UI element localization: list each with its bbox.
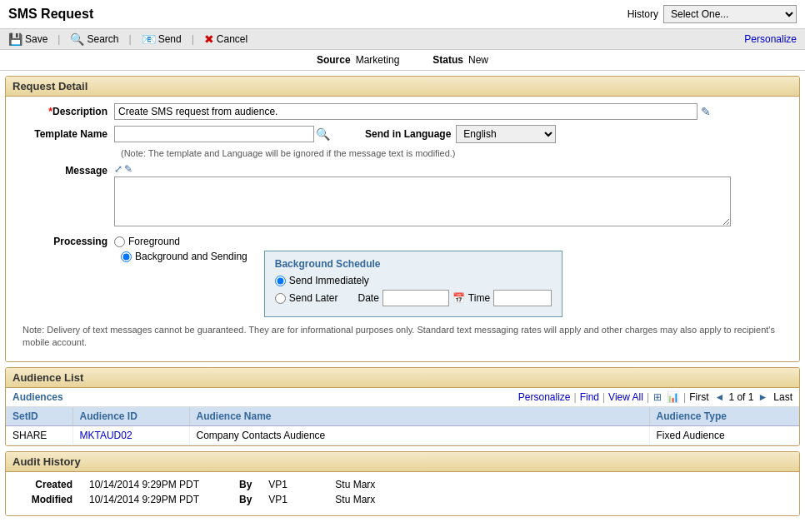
audit-history-panel: Audit History Created 10/14/2014 9:29PM …	[5, 451, 800, 516]
prev-page-icon[interactable]: ◄	[714, 391, 726, 403]
language-select[interactable]: English French Spanish German	[456, 125, 556, 143]
template-label: Template Name	[14, 128, 114, 140]
audiences-title: Audiences	[12, 391, 63, 403]
foreground-radio[interactable]	[114, 236, 125, 247]
edit-icon[interactable]: ✎	[124, 163, 132, 175]
audience-list-header: Audience List	[6, 368, 799, 388]
modified-by-name: Stu Marx	[335, 494, 375, 505]
time-label: Time	[468, 292, 490, 304]
toolbar: 💾 Save | 🔍 Search | 📧 Send | ✖ Cancel Pe…	[0, 29, 805, 50]
col-audience-id: Audience ID	[72, 407, 189, 426]
audit-modified-row: Modified 10/14/2014 9:29PM PDT By VP1 St…	[14, 494, 791, 505]
processing-section: Processing Foreground Background and Sen…	[14, 236, 791, 317]
description-row: *Description ✎	[14, 103, 791, 120]
cancel-icon: ✖	[204, 32, 214, 46]
audiences-controls: Personalize | Find | View All | ⊞ 📊 | Fi…	[518, 391, 792, 403]
calendar-icon[interactable]: 📅	[452, 292, 465, 304]
personalize-audiences-link[interactable]: Personalize	[518, 391, 571, 403]
chart-icon[interactable]: 📊	[666, 391, 680, 403]
send-icon: 📧	[142, 32, 156, 46]
time-input[interactable]	[493, 290, 552, 306]
foreground-option: Foreground	[114, 236, 180, 247]
send-immediately-radio[interactable]	[275, 276, 286, 286]
source-item: Source Marketing	[317, 54, 399, 66]
audience-id-link[interactable]: MKTAUD02	[80, 430, 132, 441]
disclaimer-text: Note: Delivery of text messages cannot b…	[22, 324, 782, 350]
message-container: ⤢ ✎	[114, 163, 731, 229]
source-label: Source	[317, 54, 351, 66]
modified-label: Modified	[14, 494, 72, 505]
request-detail-content: *Description ✎ Template Name 🔍 Send in L…	[6, 97, 799, 361]
find-link[interactable]: Find	[580, 391, 599, 403]
cancel-label: Cancel	[217, 33, 248, 45]
template-search-icon[interactable]: 🔍	[314, 127, 332, 141]
background-option: Background and Sending	[121, 251, 248, 262]
page-header: SMS Request History Select One...	[0, 0, 805, 29]
background-row: Background and Sending Background Schedu…	[121, 251, 791, 317]
required-star: *	[48, 106, 52, 117]
background-schedule-box: Background Schedule Send Immediately Sen…	[264, 251, 562, 317]
send-later-label: Send Later	[289, 292, 338, 304]
save-button[interactable]: 💾 Save	[8, 32, 48, 46]
toolbar-buttons: 💾 Save | 🔍 Search | 📧 Send | ✖ Cancel	[8, 32, 248, 46]
send-immediately-option: Send Immediately	[275, 275, 552, 286]
template-input[interactable]	[114, 126, 314, 142]
search-button[interactable]: 🔍 Search	[70, 32, 118, 46]
expand-icon[interactable]: ⤢	[114, 163, 122, 175]
processing-row: Processing Foreground	[14, 236, 791, 247]
last-label: Last	[773, 391, 792, 403]
send-later-radio[interactable]	[275, 293, 286, 304]
view-all-link[interactable]: View All	[608, 391, 643, 403]
audience-name-cell: Company Contacts Audience	[189, 425, 649, 445]
message-row: Message ⤢ ✎	[14, 163, 791, 229]
personalize-link[interactable]: Personalize	[744, 33, 797, 45]
language-area: Send in Language English French Spanish …	[365, 125, 556, 143]
request-detail-panel: Request Detail *Description ✎ Template N…	[5, 76, 800, 362]
modified-value: 10/14/2014 9:29PM PDT	[89, 494, 222, 505]
created-value: 10/14/2014 9:29PM PDT	[89, 479, 222, 490]
created-by-label: By	[239, 479, 252, 490]
history-area: History Select One...	[628, 5, 797, 23]
search-label: Search	[87, 33, 118, 45]
audit-history-header: Audit History	[6, 452, 799, 472]
created-label: Created	[14, 479, 72, 490]
history-select[interactable]: Select One...	[663, 5, 797, 23]
description-input[interactable]	[114, 103, 698, 120]
background-label: Background and Sending	[135, 251, 248, 262]
send-immediately-label: Send Immediately	[289, 275, 369, 286]
search-icon: 🔍	[70, 32, 84, 46]
description-label: *Description	[14, 106, 114, 117]
page-title: SMS Request	[8, 7, 93, 22]
send-label: Send	[158, 33, 182, 45]
audience-id-cell: MKTAUD02	[72, 425, 189, 445]
audience-type-cell: Fixed Audience	[649, 425, 799, 445]
source-value: Marketing	[356, 54, 400, 66]
audiences-subheader: Audiences Personalize | Find | View All …	[6, 388, 799, 407]
save-icon: 💾	[8, 32, 22, 46]
first-label: First	[689, 391, 708, 403]
message-tools: ⤢ ✎	[114, 163, 731, 175]
cancel-button[interactable]: ✖ Cancel	[204, 32, 248, 46]
message-textarea[interactable]	[114, 177, 731, 226]
audit-history-content: Created 10/14/2014 9:29PM PDT By VP1 Stu…	[6, 472, 799, 515]
template-note: (Note: The template and Language will be…	[121, 148, 791, 158]
send-later-option: Send Later Date 📅 Time	[275, 290, 552, 306]
processing-label: Processing	[14, 236, 114, 247]
setid-cell: SHARE	[6, 425, 72, 445]
description-edit-icon[interactable]: ✎	[701, 105, 711, 118]
table-row: SHARE MKTAUD02 Company Contacts Audience…	[6, 425, 799, 445]
date-label: Date	[358, 292, 379, 304]
foreground-label: Foreground	[128, 236, 180, 247]
table-header-row: SetID Audience ID Audience Name Audience…	[6, 407, 799, 426]
next-page-icon[interactable]: ►	[757, 391, 768, 403]
created-by-name: Stu Marx	[335, 479, 375, 490]
grid-icon[interactable]: ⊞	[652, 391, 662, 403]
background-radio[interactable]	[121, 251, 132, 262]
send-button[interactable]: 📧 Send	[142, 32, 182, 46]
message-label: Message	[14, 163, 114, 177]
date-input[interactable]	[382, 290, 449, 306]
status-item: Status New	[432, 54, 488, 66]
template-row: Template Name 🔍 Send in Language English…	[14, 125, 791, 143]
status-bar: Source Marketing Status New	[0, 50, 805, 71]
bg-schedule-title: Background Schedule	[275, 258, 552, 270]
